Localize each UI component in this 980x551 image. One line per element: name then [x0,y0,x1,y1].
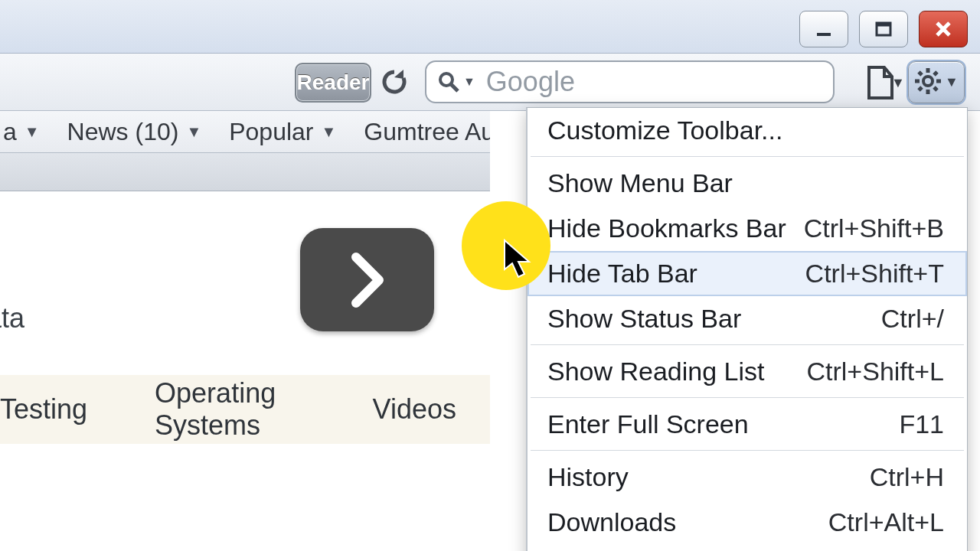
menu-item-show-menu-bar[interactable]: Show Menu Bar [528,161,967,206]
page-content: rts ess Data Testing Operating Systems V… [0,191,490,551]
search-icon [437,70,460,93]
menu-separator [531,450,964,452]
menu-item-private-browsing[interactable]: Private Browsing... [528,545,967,551]
svg-line-14 [934,72,937,75]
shortcut-text: Ctrl+Shift+T [805,259,944,289]
menu-separator [531,156,964,158]
bookmark-item-gumtree[interactable]: Gumtree Au...ssifieds. [350,118,490,146]
next-button[interactable] [300,228,434,331]
svg-line-15 [919,87,922,90]
tab-strip [0,153,490,191]
search-input[interactable]: ▼ Google [425,60,835,103]
menu-item-hide-tab-bar[interactable]: Hide Tab Bar Ctrl+Shift+T [528,251,967,296]
chevron-down-icon: ▼ [322,123,337,141]
gear-icon [914,67,942,98]
search-placeholder: Google [486,66,575,98]
new-page-dropdown-icon[interactable]: ▼ [891,75,905,91]
svg-point-5 [440,73,452,86]
chevron-down-icon: ▼ [24,123,40,141]
close-button[interactable] [919,11,968,47]
settings-menu: Customize Toolbar... Show Menu Bar Hide … [526,107,968,551]
nav-item-testing[interactable]: Testing [0,393,121,425]
maximize-button[interactable] [859,11,908,47]
menu-item-full-screen[interactable]: Enter Full Screen F11 [528,402,967,447]
cursor-icon [501,239,534,283]
nav-item-os[interactable]: Operating Systems [121,377,338,442]
menu-separator [531,344,964,346]
menu-item-customize-toolbar[interactable]: Customize Toolbar... [528,108,967,153]
menu-separator [531,397,964,399]
nav-item-videos[interactable]: Videos [339,393,490,425]
menu-item-hide-bookmarks-bar[interactable]: Hide Bookmarks Bar Ctrl+Shift+B [528,206,967,251]
shortcut-text: F11 [899,409,944,439]
menu-item-show-status-bar[interactable]: Show Status Bar Ctrl+/ [528,296,967,341]
svg-point-7 [923,77,933,86]
browser-toolbar: Reader ▼ Google ▼ ▼ [0,54,980,111]
bookmarks-bar: a ▼ News (10) ▼ Popular ▼ Gumtree Au...s… [0,111,490,153]
window-titlebar: e! [0,0,980,54]
settings-dropdown-icon: ▼ [945,74,959,90]
menu-item-show-reading-list[interactable]: Show Reading List Ctrl+Shift+L [528,349,967,394]
reload-button[interactable] [377,64,412,99]
menu-item-history[interactable]: History Ctrl+H [528,455,967,500]
bookmark-item-news[interactable]: News (10) ▼ [54,118,216,146]
svg-line-12 [919,72,922,75]
shortcut-text: Ctrl+Shift+B [804,214,944,243]
settings-button[interactable]: ▼ [908,61,965,103]
svg-line-13 [934,87,937,90]
minimize-button[interactable] [799,11,848,47]
shortcut-text: Ctrl+/ [881,304,944,334]
chevron-down-icon: ▼ [186,123,201,141]
page-nav: Testing Operating Systems Videos [0,375,490,444]
shortcut-text: Ctrl+H [870,462,944,492]
reader-button[interactable]: Reader [295,63,371,103]
bookmark-item-truncated[interactable]: a ▼ [0,118,54,146]
menu-item-downloads[interactable]: Downloads Ctrl+Alt+L [528,500,967,545]
shortcut-text: Ctrl+Shift+L [806,357,944,386]
window-controls [799,11,968,47]
page-subheading-fragment: ess Data [0,302,24,334]
search-engine-dropdown-icon[interactable]: ▼ [463,75,475,89]
bookmark-item-popular[interactable]: Popular ▼ [215,118,350,146]
svg-line-6 [451,84,458,91]
shortcut-text: Ctrl+Alt+L [828,507,944,537]
